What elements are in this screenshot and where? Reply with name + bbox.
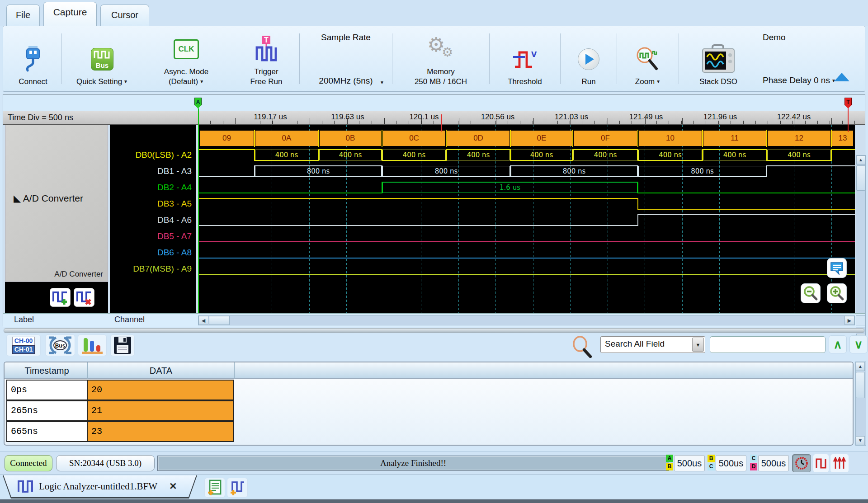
channel-name[interactable]: DB7(MSB) - A9 <box>133 261 192 277</box>
scroll-right-button[interactable]: ▶ <box>844 316 854 325</box>
logic-analyzer-icon <box>17 479 33 493</box>
zoom-label: Zoom <box>635 77 655 86</box>
channel-name[interactable]: DB3 - A5 <box>157 196 192 212</box>
channel-name[interactable]: DB2 - A4 <box>157 179 192 196</box>
measurement-annotation: 400 ns <box>638 150 702 160</box>
timestamp-cell[interactable]: 665ns <box>6 421 88 442</box>
new-report-button[interactable] <box>204 478 225 498</box>
marker-a-flag[interactable]: A <box>194 98 202 108</box>
search-prev-button[interactable]: ∧ <box>829 335 847 353</box>
pane-splitter[interactable] <box>4 328 864 333</box>
time-display-toggle-button[interactable] <box>792 454 811 472</box>
sample-rate-value: 200MHz (5ns) <box>319 76 373 85</box>
range-letter-bottom: D <box>750 463 757 470</box>
delete-waveform-button[interactable] <box>74 288 94 307</box>
measurement-annotation: 800 ns <box>382 166 510 177</box>
hscroll-thumb[interactable] <box>209 316 230 325</box>
transition-display-button[interactable] <box>830 454 849 472</box>
channel-name[interactable]: DB6 - A8 <box>157 244 192 261</box>
range-letter-bottom: C <box>708 463 715 470</box>
export-button[interactable] <box>110 334 135 356</box>
search-next-button[interactable]: ∨ <box>849 335 868 353</box>
channel-view-button[interactable]: CH-00CH-01 <box>6 334 41 356</box>
document-tab-bar: Logic Analyzer-untitled1.BFW ✕ <box>0 475 868 499</box>
tab-capture[interactable]: Capture <box>43 2 97 26</box>
document-tab[interactable]: Logic Analyzer-untitled1.BFW ✕ <box>3 475 197 498</box>
table-vscroll-thumb[interactable] <box>856 372 865 398</box>
timestamp-cell[interactable]: 0ps <box>6 380 88 400</box>
memory-button[interactable]: ⚙⚙ Memory 250 MB / 16CH <box>394 28 488 89</box>
ch00-ch01-icon: CH-00CH-01 <box>12 337 35 354</box>
data-cell[interactable]: 20 <box>87 380 234 400</box>
waveform-hscrollbar[interactable]: ◀ ▶ <box>198 315 855 325</box>
demo-label: Demo <box>763 33 786 42</box>
waveform-display-button[interactable] <box>813 454 829 472</box>
vscroll-thumb[interactable] <box>856 165 865 191</box>
channel-name[interactable]: DB5 - A7 <box>157 228 192 244</box>
table-vscrollbar[interactable]: ▲ ▼ <box>855 362 866 446</box>
async-mode-button[interactable]: CLK Async. Mode (Default)▼ <box>141 28 231 89</box>
stack-dso-label: Stack DSO <box>699 77 737 87</box>
stack-dso-button[interactable]: Stack DSO <box>680 28 756 89</box>
scroll-down-button[interactable]: ▼ <box>856 436 865 445</box>
ribbon-separator <box>489 33 490 84</box>
ribbon-separator <box>299 33 300 84</box>
waveform-trace <box>198 215 855 226</box>
top-tab-bar: FileCaptureCursor <box>0 0 868 26</box>
marker-t-flag[interactable]: T <box>844 98 852 108</box>
scroll-up-button[interactable]: ▲ <box>856 362 865 371</box>
measurement-annotation: 400 ns <box>573 150 637 160</box>
tab-file[interactable]: File <box>6 5 40 26</box>
measurement-annotation: 800 ns <box>255 166 382 177</box>
search-input[interactable] <box>710 336 826 353</box>
new-waveform-button[interactable] <box>227 478 248 498</box>
search-scope-select[interactable]: Search All Field ▼ <box>600 336 705 353</box>
comment-note-button[interactable] <box>827 258 847 278</box>
threshold-button[interactable]: v Threshold <box>491 28 559 89</box>
waveform-add-icon <box>230 479 245 496</box>
clock-icon <box>795 456 808 470</box>
chevron-down-icon: ▼ <box>656 79 660 84</box>
channel-name[interactable]: DB4 - A6 <box>157 212 192 228</box>
tab-cursor[interactable]: Cursor <box>100 5 149 26</box>
group-name: A/D Converter <box>23 193 83 203</box>
close-document-icon[interactable]: ✕ <box>169 481 177 492</box>
run-button[interactable]: Run <box>562 28 615 89</box>
marker-t-line <box>848 108 849 132</box>
data-cell[interactable]: 21 <box>87 400 234 421</box>
bus-view-button[interactable]: Bus <box>45 334 75 356</box>
ruler-time-label: 120.56 us <box>481 113 515 122</box>
trigger-free-run-button[interactable]: T Trigger Free Run <box>235 28 298 89</box>
column-header-timestamp: Timestamp <box>6 362 88 379</box>
zoom-out-button[interactable] <box>801 283 821 303</box>
add-waveform-button[interactable] <box>50 288 71 307</box>
zoom-in-button[interactable] <box>827 283 847 303</box>
chevron-down-icon: ▼ <box>199 79 204 84</box>
scroll-left-button[interactable]: ◀ <box>198 316 208 325</box>
bar-chart-icon <box>80 335 104 355</box>
time-ruler[interactable]: Time Div = 500 ns 119.17 us119.63 us120.… <box>3 111 865 125</box>
svg-text:v: v <box>531 48 537 59</box>
sample-rate-button[interactable]: Sample Rate 200MHz (5ns) ▼ <box>301 28 391 89</box>
channel-name[interactable]: DB0(LSB) - A2 <box>135 147 192 163</box>
document-add-icon <box>207 479 222 496</box>
collapse-ribbon-button[interactable] <box>834 73 849 81</box>
zoom-button[interactable]: Zoom▼ <box>618 28 677 89</box>
statistics-button[interactable] <box>78 334 107 356</box>
document-tab-label: Logic Analyzer-untitled1.BFW <box>39 481 157 492</box>
connect-button[interactable]: Connect <box>6 28 60 89</box>
range-letter-bottom: B <box>666 463 673 470</box>
scrollbar-corner <box>856 315 866 325</box>
memory-line1: Memory <box>427 67 454 77</box>
scroll-up-button[interactable]: ▲ <box>856 155 865 165</box>
phase-delay-label: Phase Delay 0 ns <box>763 75 830 85</box>
group-panel[interactable]: ◣ A/D Converter A/D Converter <box>5 125 108 282</box>
timestamp-cell[interactable]: 265ns <box>6 400 88 421</box>
waveform-plot[interactable]: 090A0B0C0D0E0F10111213 400 ns400 ns400 n… <box>198 125 855 313</box>
trigger-icon: T <box>255 33 278 66</box>
quick-setting-button[interactable]: Bus Quick Setting▼ <box>63 28 141 89</box>
range-value-badge: 500us <box>758 455 789 471</box>
channel-name[interactable]: DB1 - A3 <box>157 163 192 179</box>
ruler-time-label: 121.03 us <box>555 113 589 122</box>
data-cell[interactable]: 23 <box>87 421 234 442</box>
